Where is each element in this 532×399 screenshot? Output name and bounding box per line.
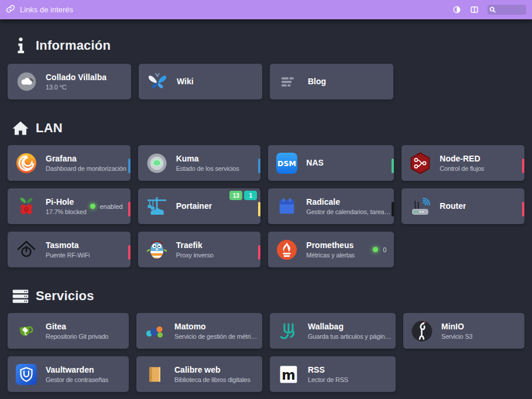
badge-group: 131 [229, 191, 257, 200]
service-card-wiki[interactable]: Wiki [139, 64, 262, 99]
card-title: Router [440, 201, 466, 211]
status-stripe [128, 245, 131, 260]
card-subtitle: Gestor de calendarios, tareas … [306, 208, 392, 216]
section-lan: LAN Grafana Dashboard de monitorización … [8, 121, 524, 267]
dsm-icon: DSM [274, 150, 300, 176]
link-icon [6, 4, 15, 15]
service-card-kuma[interactable]: Kuma Estado de los servicios [138, 145, 261, 181]
service-card-blog[interactable]: Blog [270, 64, 393, 99]
card-subtitle: Lector de RSS [308, 376, 348, 384]
calibre-icon [142, 362, 168, 387]
navbar: Links de interés [0, 0, 532, 19]
service-card-minio[interactable]: MinIO Servicio S3 [403, 313, 524, 349]
info-icon [12, 37, 29, 54]
card-title: Tasmota [46, 240, 90, 250]
home-icon [12, 121, 29, 136]
card-subtitle: Métricas y alertas [306, 251, 355, 259]
service-card-radicale[interactable]: Radicale Gestor de calendarios, tareas … [268, 188, 394, 224]
wikijs-icon [145, 69, 170, 95]
service-card-node-red[interactable]: Node-RED Control de flujos [401, 145, 524, 181]
svg-text:m: m [282, 367, 295, 382]
service-card-pi-hole[interactable]: Pi-Hole 17.7% blocked enabled [8, 188, 131, 224]
service-card-wallabag[interactable]: Wallabag Guarda tus articulos y páginas… [270, 313, 396, 349]
service-card-matomo[interactable]: Matomo Servicio de gestión de métric… [136, 313, 262, 349]
card-subtitle: 13.0 °C [46, 83, 107, 91]
service-status: 0 [373, 246, 386, 253]
brand-link[interactable]: Links de interés [6, 4, 73, 15]
card-subtitle: Gestor de contraseñas [46, 376, 108, 384]
card-subtitle: Control de flujos [440, 164, 484, 173]
status-stripe [128, 159, 131, 173]
blog-icon [276, 69, 301, 95]
uptime-kuma-icon [144, 150, 170, 176]
card-subtitle: Servicio S3 [441, 332, 472, 340]
status-stripe [522, 202, 524, 216]
service-card-portainer[interactable]: Portainer 131 [138, 188, 261, 224]
gitea-icon [13, 318, 39, 344]
service-card-grafana[interactable]: Grafana Dashboard de monitorización [8, 145, 131, 181]
matomo-icon [142, 318, 168, 344]
router-icon [407, 194, 433, 219]
section-informaci-n: Información Collado Villalba 13.0 °C Wik… [8, 37, 524, 99]
search-input[interactable] [496, 6, 524, 14]
card-subtitle: Guarda tus articulos y páginas… [308, 332, 393, 340]
card-subtitle: Proxy inverso [176, 251, 214, 259]
card-grid: Grafana Dashboard de monitorización Kuma… [8, 145, 524, 267]
status-stripe [522, 159, 524, 173]
service-card-vaultwarden[interactable]: Vaultwarden Gestor de contraseñas [8, 356, 129, 392]
status-stripe [392, 159, 394, 173]
status-stripe [258, 245, 260, 260]
status-stripe [392, 202, 394, 216]
section-title: LAN [36, 121, 63, 136]
status-label: enabled [100, 203, 123, 210]
status-stripe [128, 202, 131, 216]
grafana-icon [13, 150, 39, 176]
layout-toggle-icon[interactable] [470, 5, 479, 14]
card-subtitle: Servicio de gestión de métric… [174, 332, 260, 340]
service-card-nas[interactable]: DSM NAS [268, 145, 394, 181]
card-title: Vaultwarden [46, 364, 108, 375]
card-title: Collado Villalba [46, 72, 107, 82]
service-card-prometheus[interactable]: Prometheus Métricas y alertas 0 [268, 232, 394, 267]
prometheus-icon [274, 237, 300, 263]
card-title: Prometheus [306, 240, 355, 250]
service-card-traefik[interactable]: Traefik Proxy inverso [138, 232, 261, 267]
card-subtitle: Puente RF-WiFi [46, 251, 90, 259]
weather-icon [13, 69, 39, 95]
card-title: Matomo [174, 321, 260, 332]
count-badge: 13 [229, 191, 242, 200]
status-stripe [258, 159, 260, 173]
card-title: Blog [308, 76, 326, 87]
card-title: Wiki [177, 76, 194, 87]
service-card-gitea[interactable]: Gitea Repositorio Git privado [8, 313, 129, 349]
card-title: RSS [308, 364, 348, 375]
card-title: MinIO [441, 321, 472, 332]
service-card-router[interactable]: Router [401, 188, 524, 224]
card-grid: Gitea Repositorio Git privado Matomo Ser… [8, 313, 524, 392]
portainer-icon [144, 194, 170, 219]
card-title: Grafana [46, 153, 126, 164]
card-title: Calibre web [174, 364, 250, 375]
theme-toggle-icon[interactable] [452, 5, 461, 14]
card-subtitle: Repositorio Git privado [46, 332, 108, 340]
card-subtitle: 17.7% blocked [46, 208, 87, 216]
section-header: Servicios [8, 288, 524, 304]
card-title: Gitea [46, 321, 108, 332]
card-title: Portainer [176, 201, 212, 211]
section-servicios: Servicios Gitea Repositorio Git privado … [8, 288, 524, 392]
svg-text:DSM: DSM [277, 159, 296, 168]
service-card-rss[interactable]: m RSS Lector de RSS [270, 356, 396, 392]
radicale-icon [274, 194, 300, 219]
service-status: enabled [90, 203, 123, 210]
card-subtitle: Estado de los servicios [176, 164, 239, 173]
service-card-collado-villalba[interactable]: Collado Villalba 13.0 °C [8, 64, 131, 99]
status-label: 0 [383, 246, 386, 253]
service-card-calibre-web[interactable]: Calibre web Biblioteca de libros digital… [136, 356, 262, 392]
status-dot-icon [373, 247, 378, 252]
search-box[interactable] [488, 5, 526, 15]
section-header: Información [8, 37, 524, 54]
service-card-tasmota[interactable]: Tasmota Puente RF-WiFi [8, 232, 131, 267]
card-title: Pi-Hole [46, 197, 87, 207]
card-subtitle: Biblioteca de libros digitales [174, 376, 250, 384]
search-icon [489, 6, 496, 13]
